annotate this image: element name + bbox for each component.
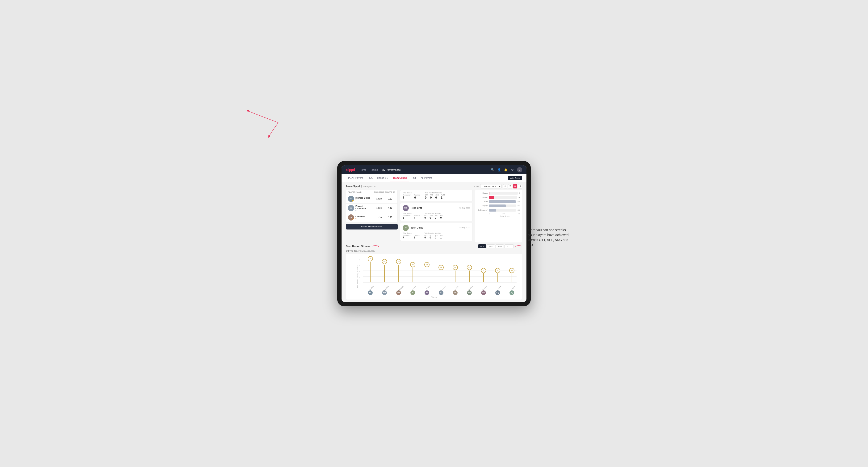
streak-player-mcherg: 6x [377,259,392,282]
list-view-btn[interactable]: ☰ [508,184,512,188]
player-avatar-1: RB 1 [348,196,354,202]
nav-pgat[interactable]: PGAT Players [346,174,365,182]
streak-tab-app[interactable]: APP [487,244,495,248]
streak-player-dquick: 3x [505,259,519,282]
user-icon[interactable]: 👤 [497,168,501,172]
total-rounds-group: Total Rounds Tournament 7 Practice 6 [403,192,420,199]
practice-val: 6 [414,196,420,199]
streak-player-rbutler: 3x [476,259,491,282]
arg-stat: ARG 0 [435,194,439,199]
annotation-text: Here you can see streaks your players ha… [528,228,571,247]
streaks-tabs: OTT APP ARG PUTT [478,244,514,248]
bar-val-birdies: 96 [519,196,520,198]
bar-chart: Eagles 3 Birdies 96 [475,190,522,243]
streak-bubble-miller: 4x [467,265,472,270]
nav-all-players[interactable]: All Players [418,174,434,182]
streak-player-rbritt: 5x [420,259,434,282]
streak-player-crossman: 4x [434,259,448,282]
bell-icon[interactable]: 🔔 [504,168,507,172]
streak-tab-ott[interactable]: OTT [478,244,486,248]
streak-bubble-ebert: 7x [368,256,373,261]
grid-view-btn[interactable]: ⊞ [503,184,507,188]
bar-val-pars: 499 [518,201,520,203]
streak-bubble-cquick: 3x [495,268,500,273]
player-card-josh[interactable]: JC Josh Coles 26 Aug 2023 Total Rounds T… [400,223,473,241]
bar-row-bogeys: Bogeys 311 [477,205,520,207]
card-view-btn[interactable]: ▦ [513,184,517,188]
player-card-header-rees: RB Rees Britt 02 Sep 2023 [403,205,470,211]
bar-track-eagles [489,192,518,195]
bar-row-dbogeys: D. Bogeys + 131 [477,209,520,212]
card-date-rees: 02 Sep 2023 [460,207,470,209]
player-avatar-3: CA 3 [348,214,354,220]
streak-bubble-jcoles: 5x [410,262,415,267]
table-row[interactable]: CA 3 Cameron... ♥ 17/20 103 [346,213,398,222]
top-nav: clippd Home Teams My Performance 🔍 👤 🔔 ⚙… [342,165,526,174]
view-leaderboard-button[interactable]: View Full Leaderboard [346,224,398,229]
player-score-1: 19/20 [373,198,385,200]
x-axis-label: Players [349,296,519,298]
card-avatar-josh: JC [403,225,409,231]
arrow-pointer-tabs-icon [515,244,522,248]
period-select[interactable]: Last 3 months [480,184,502,188]
table-row[interactable]: RB 1 Richard Butler ♥ 19/20 110 [346,194,398,204]
main-panels: PLAYER NAME PB SCORE PB AVG SQ RB 1 Rich… [346,190,522,243]
player-score-3: 17/20 [373,216,385,219]
streak-bubble-rbutler: 3x [481,268,486,273]
nav-hcaps[interactable]: Hcaps 1-5 [375,174,391,182]
nav-links: Home Teams My Performance [360,168,401,171]
streak-player-billingham: 6x [392,259,406,282]
add-team-button[interactable]: Add Team [508,176,522,180]
table-row[interactable]: EC 2 Edward Crossman ♥ 18/20 107 [346,204,398,213]
streak-bubble-crossman: 4x [438,265,444,270]
josh-activities: Total Practice Activities OTT0 APP0 ARG0… [424,232,444,239]
practice-stat: Practice 6 [414,194,420,199]
putt-stat: PUTT 1 [441,194,445,199]
streaks-subtitle: Off The Tee, Fairway Accuracy [346,250,522,252]
streak-player-ebert: 7x [363,259,377,282]
user-avatar[interactable]: U [517,167,522,173]
chart-x-label: Total Shots [477,215,520,217]
ott-stat: OTT 0 [425,194,428,199]
bar-label-bogeys: Bogeys [477,205,488,207]
arrow-pointer-icon [372,244,379,248]
right-panel: Eagles 3 Birdies 96 [475,190,522,243]
bar-label-pars: Pars [477,200,488,203]
card-avatar-rees: RB [403,205,409,211]
bar-label-dbogeys: D. Bogeys + [477,209,488,211]
practice-label: Practice [414,194,420,196]
nav-team-clippd[interactable]: Team Clippd [390,174,409,182]
bar-val-dbogeys: 131 [518,209,520,211]
card-name-rees: Rees Britt [411,207,422,209]
table-header: PLAYER NAME PB SCORE PB AVG SQ [346,190,398,194]
streak-bubble-rbritt: 5x [424,262,430,267]
player-name-2: Edward Crossman [355,205,373,210]
practice-activities-group: Total Practice Activities OTT 0 APP 0 [425,192,445,199]
middle-panel: Total Rounds Tournament 7 Practice 6 [400,190,473,243]
player-card-rees[interactable]: RB Rees Britt 02 Sep 2023 Total Rounds T… [400,203,473,221]
nav-teams[interactable]: Teams [370,168,378,171]
settings-icon[interactable]: ⚙ [510,168,514,172]
team-count: | 14 Players [361,185,372,187]
streak-tab-arg[interactable]: ARG [496,244,504,248]
bar-val-eagles: 3 [519,192,520,194]
streaks-chart: Best Streak, Fairway Accuracy 8 6 4 [346,254,522,300]
streak-tab-putt[interactable]: PUTT [504,244,514,248]
left-panel: PLAYER NAME PB SCORE PB AVG SQ RB 1 Rich… [346,190,398,243]
tournament-val: 7 [403,196,411,199]
nav-tour[interactable]: Tour [409,174,418,182]
tournament-stat: Tournament 7 [403,194,411,199]
search-icon[interactable]: 🔍 [491,168,494,172]
nav-home[interactable]: Home [360,168,366,171]
top-stats-card: Total Rounds Tournament 7 Practice 6 [400,190,473,201]
x-tick-400: 400 [518,213,520,215]
svg-marker-0 [378,246,379,247]
svg-marker-1 [515,246,516,247]
filter-btn[interactable]: ⇅ [518,184,522,188]
col-avg-header: PB AVG SQ [385,191,396,193]
nav-my-performance[interactable]: My Performance [382,168,401,171]
edit-icon[interactable]: ✏ [374,185,376,187]
bar-val-bogeys: 311 [518,205,520,207]
nav-pga[interactable]: PGA [365,174,375,182]
bar-track-birdies [489,196,517,199]
